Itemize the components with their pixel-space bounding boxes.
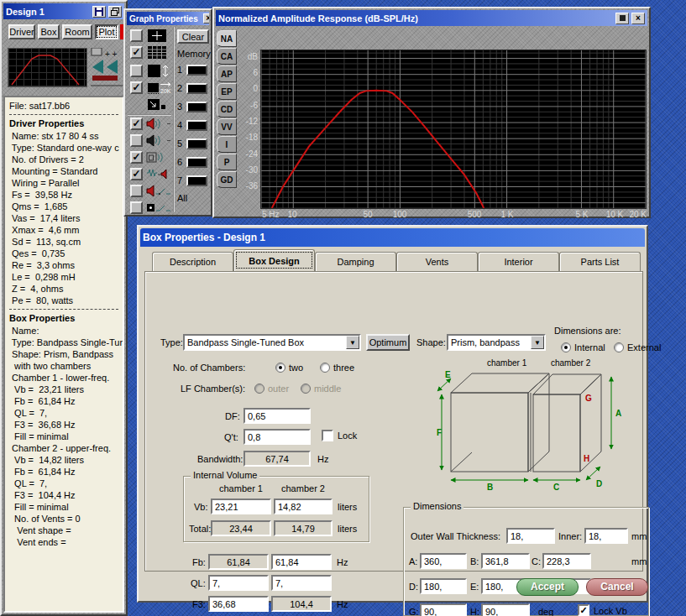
c-input[interactable]	[542, 553, 591, 569]
memory-slot-swatch[interactable]	[186, 102, 207, 112]
b-input[interactable]	[481, 553, 530, 569]
memory-slot-swatch[interactable]	[186, 120, 207, 131]
system-impedance-checkbox[interactable]	[130, 201, 143, 214]
memory-slot[interactable]: 7	[177, 171, 207, 190]
d-label: D:	[409, 582, 418, 592]
property-line: QL = 7,	[9, 407, 118, 419]
horizontal-scale-checkbox[interactable]	[130, 81, 143, 94]
memory-slot-swatch[interactable]	[186, 65, 207, 76]
memory-slot[interactable]: 2	[177, 79, 207, 97]
save-button[interactable]	[92, 6, 106, 18]
box-type-select[interactable]: Bandpass Single-Tuned Box ▼	[183, 334, 361, 351]
graph-tab-i[interactable]: I	[217, 136, 237, 153]
y-tick--18: -18	[236, 133, 258, 142]
tab-box[interactable]: Box	[38, 24, 60, 39]
tab-damping[interactable]: Damping	[315, 252, 396, 271]
x-tick-5hz: 5 Hz	[262, 210, 280, 219]
clear-button[interactable]: Clear	[177, 29, 209, 44]
lock-checkbox[interactable]	[322, 430, 333, 441]
grid-checkbox[interactable]	[130, 46, 143, 59]
graph-tab-cd[interactable]: CD	[217, 101, 237, 117]
optimum-button[interactable]: Optimum	[366, 334, 410, 351]
memory-slot-swatch[interactable]	[186, 175, 207, 186]
h-input[interactable]	[481, 603, 530, 616]
graph-properties-titlebar[interactable]: Graph Properties ×	[127, 12, 209, 25]
close-button[interactable]: ×	[203, 13, 209, 23]
chevron-down-icon[interactable]: ▼	[346, 336, 359, 349]
memory-slot[interactable]: 3	[177, 97, 207, 116]
memory-all-label[interactable]: All	[177, 193, 187, 203]
df-input[interactable]	[244, 408, 311, 424]
response-thumbnail[interactable]	[8, 48, 87, 87]
room-response-checkbox[interactable]	[130, 151, 143, 164]
internal-radio[interactable]	[561, 342, 571, 352]
amplitude-response-plot[interactable]	[260, 50, 647, 209]
memory-slot-swatch[interactable]	[186, 157, 207, 168]
crosshair-checkbox[interactable]	[130, 29, 143, 42]
tab-box-design[interactable]: Box Design	[233, 249, 315, 271]
memory-slot[interactable]: 5	[177, 134, 207, 153]
pan-corner-icon[interactable]	[148, 98, 166, 111]
graph-tab-gd[interactable]: GD	[217, 171, 237, 188]
ql2-input[interactable]	[271, 575, 332, 591]
fb2-input[interactable]	[271, 554, 332, 570]
box-shape-select[interactable]: Prism, bandpass ▼	[447, 334, 546, 351]
tab-parts-list[interactable]: Parts List	[559, 252, 641, 271]
network-response-checkbox[interactable]	[130, 168, 143, 180]
accept-button[interactable]: Accept	[516, 578, 579, 596]
tab-interior[interactable]: Interior	[478, 252, 559, 271]
graph-tab-na[interactable]: NA	[217, 30, 237, 47]
memory-slot-number: 6	[177, 157, 182, 167]
tab-vents[interactable]: Vents	[396, 252, 478, 271]
box-diagram: chamber 1 chamber 2	[435, 354, 624, 495]
property-line: Vent ends =	[9, 536, 118, 548]
vertical-scale-checkbox[interactable]	[130, 65, 143, 77]
speaker-impedance-checkbox[interactable]	[130, 185, 143, 197]
box-properties-titlebar[interactable]: Box Properties - Design 1	[140, 228, 645, 247]
tab-room[interactable]: Room	[62, 24, 92, 39]
f3-1-input[interactable]	[208, 596, 269, 612]
memory-slot[interactable]: 4	[177, 116, 207, 134]
d-input[interactable]	[420, 578, 467, 594]
property-line: No. of Vents = 0	[9, 513, 118, 525]
cancel-button[interactable]: Cancel	[586, 578, 648, 596]
two-chambers-radio[interactable]	[275, 363, 285, 373]
memory-slot-swatch[interactable]	[186, 138, 207, 149]
a-input[interactable]	[420, 553, 467, 569]
tab-driver[interactable]: Driver	[8, 24, 35, 39]
g-input[interactable]	[420, 603, 467, 616]
graph-window-titlebar[interactable]: Normalized Amplitude Response (dB-SPL/Hz…	[216, 10, 647, 26]
inner-thickness-input[interactable]	[584, 528, 628, 544]
x-tick-1k: 1 K	[500, 210, 513, 219]
property-line: F3 = 36,68 Hz	[9, 419, 118, 431]
qt-input[interactable]	[244, 429, 311, 445]
lock-vb-checkbox[interactable]	[578, 604, 589, 616]
property-line: Qms = 1,685	[9, 201, 118, 212]
graph-tab-ep[interactable]: EP	[217, 83, 237, 100]
ql1-input[interactable]	[208, 575, 269, 591]
design-window-titlebar[interactable]: Design 1	[3, 3, 124, 19]
memory-slot[interactable]: 1	[177, 60, 207, 79]
vb1-input[interactable]	[211, 499, 271, 514]
outer-wall-thickness-input[interactable]	[506, 528, 555, 544]
memory-slot-swatch[interactable]	[186, 83, 207, 94]
tab-plot[interactable]: Plot	[95, 24, 118, 39]
vb2-input[interactable]	[274, 499, 333, 514]
graph-tab-ca[interactable]: CA	[217, 48, 237, 65]
three-chambers-radio[interactable]	[320, 363, 330, 373]
piston-response-checkbox[interactable]	[130, 134, 143, 147]
graph-tab-ap[interactable]: AP	[217, 65, 237, 82]
chevron-down-icon[interactable]: ▼	[531, 336, 544, 349]
graph-tab-p[interactable]: P	[217, 154, 237, 170]
close-button[interactable]: ×	[631, 13, 645, 24]
normal-response-checkbox[interactable]	[130, 117, 143, 130]
graph-tab-vv[interactable]: VV	[217, 118, 237, 135]
tab-description[interactable]: Description	[152, 252, 233, 271]
duplicate-design-button[interactable]	[108, 6, 122, 18]
property-line: Vb = 14,82 liters	[9, 454, 118, 466]
external-radio[interactable]	[614, 342, 624, 352]
minimize-button[interactable]	[615, 13, 629, 24]
floppy-icon	[95, 8, 103, 16]
memory-slot[interactable]: 6	[177, 153, 207, 171]
grid-icon	[148, 46, 166, 59]
